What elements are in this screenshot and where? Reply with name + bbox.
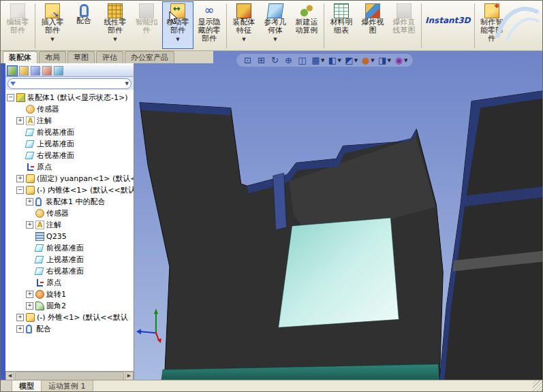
expand-toggle-icon[interactable]: + xyxy=(16,314,24,321)
make-smart-component-button[interactable]: 制作智能零部件 xyxy=(476,1,508,49)
tree-item[interactable]: +(固定) yuanpan<1> (默认< xyxy=(5,173,134,184)
tree-item[interactable]: 右视基准面 xyxy=(5,150,134,161)
tree-item[interactable]: 上视基准面 xyxy=(5,138,134,150)
zoom-area-icon: ⊞ xyxy=(255,54,267,66)
expand-toggle-icon[interactable]: + xyxy=(16,325,24,333)
tab-cmd-2[interactable]: 草图 xyxy=(67,51,95,63)
dropdown-arrow-icon[interactable]: ▼ xyxy=(354,58,358,63)
edit-component-button[interactable]: 编辑零部件 xyxy=(2,1,33,49)
configurationmanager-tab-icon[interactable] xyxy=(31,66,40,76)
tab-cmd-1[interactable]: 布局 xyxy=(39,51,66,63)
apply-scene-button[interactable]: ◨▼ xyxy=(377,54,391,66)
expand-toggle-icon[interactable]: + xyxy=(26,291,33,298)
tab-cmd-3[interactable]: 评估 xyxy=(96,51,123,63)
viewport-canvas[interactable] xyxy=(134,51,542,380)
status-bar: 模型运动算例 1 xyxy=(1,380,542,391)
tree-item[interactable]: +配合 xyxy=(5,323,134,335)
expand-toggle-icon[interactable]: + xyxy=(26,302,33,310)
dropdown-arrow-icon[interactable]: ▼ xyxy=(388,58,391,63)
reference-geometry-button[interactable]: 参考几何体▼ xyxy=(260,1,291,49)
panel-horizontal-scrollbar[interactable]: ◀ ▶ xyxy=(5,371,134,380)
tab-model[interactable]: 模型 xyxy=(12,380,42,391)
assembly-features-button[interactable]: 装配体特征▼ xyxy=(228,1,260,49)
dropdown-arrow-icon[interactable]: ▼ xyxy=(113,35,117,44)
zoom-area-button[interactable]: ⊞ xyxy=(255,54,267,66)
graphics-viewport[interactable]: ⊡⊞↻⊕◫▦▼◧▼◩▼●▼◨▼◉▼ xyxy=(134,51,542,380)
dropdown-arrow-icon[interactable]: ▼ xyxy=(321,58,324,63)
tree-item[interactable]: −装配体1 (默认<显示状态-1>) xyxy=(5,92,134,103)
displaymanager-tab-icon[interactable] xyxy=(54,66,63,76)
section-view-button[interactable]: ◫ xyxy=(296,54,308,66)
dropdown-arrow-icon[interactable]: ▼ xyxy=(50,35,54,44)
edit-component-label: 编辑零部件 xyxy=(7,18,29,35)
dimxpertmanager-tab-icon[interactable] xyxy=(42,66,52,76)
dropdown-arrow-icon[interactable]: ▼ xyxy=(176,35,179,44)
tree-item[interactable]: +注解 xyxy=(5,115,134,127)
pan-button[interactable]: ⊕ xyxy=(283,54,294,66)
edit-appearance-button[interactable]: ●▼ xyxy=(360,54,374,66)
tree-item[interactable]: +旋转1 xyxy=(5,289,134,300)
new-motion-study-button[interactable]: 新建运动算例 xyxy=(291,1,322,49)
featuremanager-tab-icon[interactable] xyxy=(7,66,17,76)
expand-toggle-icon[interactable]: + xyxy=(26,221,33,229)
tree-item[interactable]: +装配体1 中的配合 xyxy=(5,196,134,208)
view-orientation-button[interactable]: ▦▼ xyxy=(310,54,324,66)
tree-item[interactable]: Q235 xyxy=(5,231,134,242)
part-icon xyxy=(26,174,35,183)
model-cyan-surface[interactable] xyxy=(279,218,399,327)
tree-item[interactable]: 上视基准面 xyxy=(5,254,134,265)
tree-item-label: 右视基准面 xyxy=(37,150,74,161)
expand-toggle-icon[interactable]: − xyxy=(16,186,24,194)
tree-item[interactable]: 前视基准面 xyxy=(5,127,134,138)
explode-line-sketch-button[interactable]: 爆炸直线草图 xyxy=(388,1,420,49)
tab-assembly[interactable]: 装配体 xyxy=(3,51,37,63)
tree-item[interactable]: +圆角2 xyxy=(5,300,134,312)
filter-box[interactable]: ▼ xyxy=(7,78,131,89)
move-component-button[interactable]: 移动零部件▼ xyxy=(162,1,193,49)
expand-toggle-icon[interactable]: + xyxy=(16,117,24,125)
linear-component-pattern-button[interactable]: 线性零部件▼ xyxy=(99,1,131,49)
display-style-button[interactable]: ◧▼ xyxy=(326,54,341,66)
tree-item[interactable]: 传感器 xyxy=(5,103,134,115)
filter-input[interactable] xyxy=(18,79,125,88)
expand-toggle-icon[interactable]: + xyxy=(26,198,33,206)
tree-item[interactable]: 原点 xyxy=(5,161,134,173)
instant3d-button[interactable]: Instant3D xyxy=(423,1,473,49)
propertymanager-tab-icon[interactable] xyxy=(19,66,29,76)
tree-item[interactable]: 右视基准面 xyxy=(5,265,134,277)
show-hidden-components-button[interactable]: 显示隐藏的零部件 xyxy=(193,1,225,49)
view-orientation-icon: ▦ xyxy=(310,54,322,66)
tree-item[interactable]: −(-) 内锥体<1> (默认<<默认 xyxy=(5,184,134,196)
tab-cmd-4[interactable]: 办公室产品 xyxy=(125,51,174,63)
statusbar-splitter[interactable] xyxy=(1,380,12,391)
toolbar-separator xyxy=(474,3,475,48)
filter-dropdown-icon[interactable]: ▼ xyxy=(125,81,129,86)
dropdown-arrow-icon[interactable]: ▼ xyxy=(404,58,407,63)
hide-show-items-button[interactable]: ◩▼ xyxy=(343,54,358,66)
expand-toggle-icon[interactable]: + xyxy=(16,175,24,182)
resize-grip[interactable] xyxy=(533,380,542,391)
dropdown-arrow-icon[interactable]: ▼ xyxy=(337,58,341,63)
tree-item[interactable]: 传感器 xyxy=(5,208,134,219)
reference-geometry-label: 参考几何体 xyxy=(264,18,287,35)
expand-toggle-icon[interactable]: − xyxy=(7,94,14,101)
dropdown-arrow-icon[interactable]: ▼ xyxy=(371,58,374,63)
dropdown-arrow-icon[interactable]: ▼ xyxy=(242,35,245,44)
mate-button[interactable]: 配合 xyxy=(68,1,99,49)
bill-of-materials-button[interactable]: 材料明细表 xyxy=(326,1,357,49)
tree-item[interactable]: 前视基准面 xyxy=(5,242,134,254)
tab-motion-study[interactable]: 运动算例 1 xyxy=(42,380,93,391)
tree-item[interactable]: 原点 xyxy=(5,277,134,289)
tree-item[interactable]: +(-) 外锥<1> (默认<<默认 xyxy=(5,312,134,323)
linear-pattern-icon xyxy=(108,3,123,18)
tree-item-label: 上视基准面 xyxy=(37,139,74,149)
dropdown-arrow-icon[interactable]: ▼ xyxy=(273,35,277,44)
zoom-fit-button[interactable]: ⊡ xyxy=(242,54,253,66)
insert-component-button[interactable]: 插入零部件▼ xyxy=(37,1,68,49)
rotate-view-button[interactable]: ↻ xyxy=(269,54,281,66)
view-settings-button[interactable]: ◉▼ xyxy=(393,54,407,66)
exploded-view-button[interactable]: 爆炸视图 xyxy=(357,1,388,49)
tree-item[interactable]: +注解 xyxy=(5,219,134,231)
smart-fasteners-button[interactable]: 智能扣件 xyxy=(131,1,162,49)
bom-icon xyxy=(334,3,349,18)
